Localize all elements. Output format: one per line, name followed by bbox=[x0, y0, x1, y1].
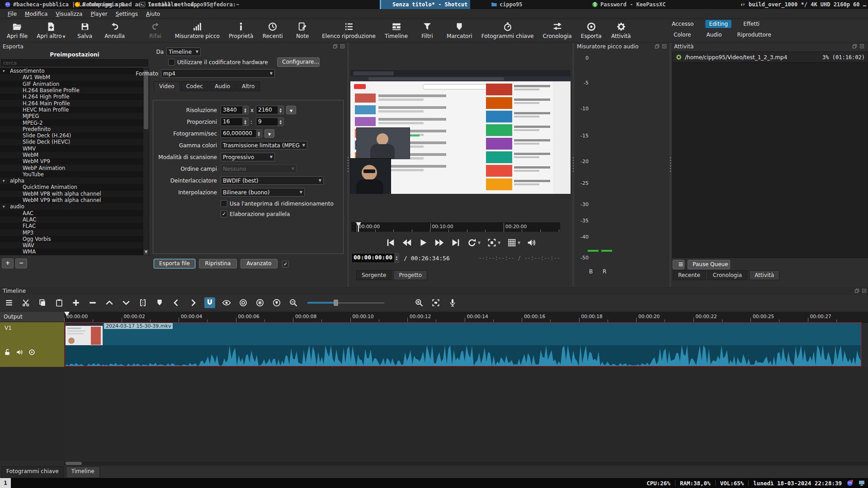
jobs-tab[interactable]: Attività bbox=[749, 270, 779, 280]
add-preset-button[interactable]: + bbox=[2, 258, 14, 268]
tree-expander-icon[interactable]: ▾ bbox=[3, 204, 8, 209]
preset-item[interactable]: ▾ WebP Animation bbox=[0, 164, 149, 171]
toolbar-button[interactable]: Proprietà bbox=[225, 19, 257, 42]
menu-item[interactable]: Visualizza bbox=[52, 10, 86, 18]
preset-item[interactable]: ▾ AAC bbox=[0, 210, 149, 216]
toolbar-button[interactable]: Marcatori bbox=[443, 19, 476, 42]
timeline-tool-button[interactable] bbox=[171, 297, 182, 308]
jobs-menu-button[interactable] bbox=[673, 260, 684, 269]
toolbar-button[interactable]: Recenti bbox=[258, 19, 287, 42]
close-panel-icon[interactable] bbox=[340, 44, 345, 49]
layout-tab[interactable]: Audio bbox=[703, 31, 725, 39]
layout-tab[interactable]: Colore bbox=[670, 31, 694, 39]
float-panel-icon[interactable] bbox=[333, 44, 338, 49]
discord-tray-icon[interactable] bbox=[846, 479, 854, 487]
workspace-indicator[interactable]: 1 bbox=[0, 478, 11, 488]
menu-item[interactable]: Aiuto bbox=[142, 10, 164, 18]
player-scrub-bar[interactable]: 00:00:0000:10:0000:20:00 bbox=[351, 222, 560, 232]
timeline-tool-button[interactable] bbox=[414, 297, 425, 308]
toolbar-button[interactable]: Rifai bbox=[141, 19, 170, 42]
color-range-combo[interactable]: Trasmissione limitata (MPEG)▼ bbox=[221, 141, 307, 150]
timeline-tool-button[interactable] bbox=[204, 297, 215, 308]
preset-item[interactable]: ▾ Predefinito bbox=[0, 126, 149, 132]
preset-item[interactable]: ▾ WebM bbox=[0, 152, 149, 158]
preset-item[interactable]: ▾ ALAC bbox=[0, 216, 149, 223]
skip-to-end-icon[interactable] bbox=[451, 238, 461, 248]
resolution-presets-icon[interactable]: ▼ bbox=[286, 106, 296, 114]
preset-item[interactable]: ▾ HEVC Main Profile bbox=[0, 107, 149, 113]
player-tab[interactable]: Progetto bbox=[393, 270, 427, 280]
interpolation-combo[interactable]: Bilineare (buono)▼ bbox=[221, 188, 305, 197]
toolbar-button[interactable]: Elenco riproduzione bbox=[318, 19, 380, 42]
preset-item[interactable]: ▾ WMV bbox=[0, 145, 149, 152]
preview-scaling-checkbox[interactable] bbox=[221, 200, 227, 207]
slider-handle[interactable] bbox=[334, 300, 338, 306]
preset-item[interactable]: ▾ H.264 High Profile bbox=[0, 94, 149, 100]
taskbar-window-button[interactable]: Terminale - cippo95@fedora:~ bbox=[137, 0, 242, 9]
deinterlacer-combo[interactable]: BWDIF (best)▼ bbox=[221, 176, 324, 185]
preset-item[interactable]: ▾ Quicktime Animation bbox=[0, 184, 149, 190]
toolbar-button[interactable]: Timeline bbox=[381, 19, 412, 42]
timeline-tool-button[interactable] bbox=[137, 297, 148, 308]
layout-tab[interactable]: Effetti bbox=[740, 20, 763, 28]
preset-item[interactable]: ▾ WMA bbox=[0, 249, 149, 255]
toolbar-button[interactable]: Esporta bbox=[577, 19, 606, 42]
grid-icon[interactable] bbox=[507, 238, 517, 248]
timeline-tool-button[interactable] bbox=[238, 297, 249, 308]
advanced-button[interactable]: Avanzato bbox=[241, 259, 278, 268]
scrollbar-thumb[interactable] bbox=[144, 70, 148, 129]
menu-item[interactable]: Modifica bbox=[21, 10, 52, 18]
close-panel-icon[interactable] bbox=[862, 288, 867, 293]
format-tab[interactable]: Codec bbox=[181, 81, 208, 91]
format-tab[interactable]: Audio bbox=[209, 81, 236, 91]
jobs-tab[interactable]: Recente bbox=[673, 270, 706, 280]
preset-scrollbar[interactable]: ▼ bbox=[143, 68, 149, 255]
scan-mode-combo[interactable]: Progressivo▼ bbox=[221, 153, 275, 161]
preset-item[interactable]: ▾ MJPEG bbox=[0, 113, 149, 119]
timeline-tool-button[interactable] bbox=[121, 297, 132, 308]
reset-button[interactable]: Ripristina bbox=[199, 259, 237, 268]
dock-tab[interactable]: Timeline bbox=[66, 466, 100, 478]
preset-item[interactable]: ▾ H.264 Baseline Profile bbox=[0, 87, 149, 94]
configure-button[interactable]: Configurare... bbox=[277, 57, 320, 67]
track-mute-icon[interactable] bbox=[16, 348, 24, 356]
preset-item[interactable]: ▾ H.264 Main Profile bbox=[0, 100, 149, 106]
display-tray-icon[interactable] bbox=[858, 479, 865, 487]
timeline-tool-button[interactable] bbox=[37, 297, 48, 308]
toolbar-button[interactable]: Cronologia bbox=[538, 19, 576, 42]
timeline-output-header[interactable]: Output bbox=[0, 312, 64, 322]
layout-tab[interactable]: Accesso bbox=[668, 20, 697, 28]
timeline-tool-button[interactable] bbox=[71, 297, 81, 308]
taskbar-window-button[interactable]: cippo95 bbox=[488, 0, 525, 9]
format-combo[interactable]: mp4▼ bbox=[161, 69, 275, 78]
track-hide-icon[interactable] bbox=[28, 348, 36, 356]
export-advanced-checkbox[interactable]: ✓ bbox=[282, 261, 289, 267]
toolbar-button[interactable]: Apri altro▼ bbox=[33, 19, 69, 42]
timeline-tool-button[interactable] bbox=[288, 297, 299, 308]
volume-icon[interactable] bbox=[527, 238, 537, 248]
toolbar-button[interactable]: Fotogrammi chiave bbox=[477, 19, 538, 42]
preset-item[interactable]: ▾ MPEG-2 bbox=[0, 119, 149, 126]
preset-item[interactable]: ▾ YouTube bbox=[0, 171, 149, 178]
layout-tab[interactable]: Riproduttore bbox=[734, 31, 775, 39]
loop-icon[interactable] bbox=[467, 238, 477, 248]
preset-search-input[interactable]: cerca bbox=[1, 59, 148, 66]
taskbar-window-button[interactable]: Senza titolo* - Shotcut bbox=[380, 0, 470, 9]
jobs-tab[interactable]: Cronologia bbox=[708, 270, 747, 280]
pause-queue-button[interactable]: Pause Queue bbox=[688, 260, 730, 269]
preset-item[interactable]: ▾ WebM VP9 with alpha channel bbox=[0, 197, 149, 203]
track-header-v1[interactable]: V1 bbox=[0, 322, 64, 367]
timeline-tool-button[interactable] bbox=[20, 297, 31, 308]
preset-item[interactable]: ▾ Slide Deck (HEVC) bbox=[0, 139, 149, 145]
toolbar-button[interactable]: Note bbox=[288, 19, 317, 42]
preset-item[interactable]: ▾ Slide Deck (H.264) bbox=[0, 132, 149, 139]
tree-expander-icon[interactable]: ▾ bbox=[3, 178, 8, 183]
scrollbar-thumb[interactable] bbox=[66, 462, 82, 465]
timeline-tool-button[interactable] bbox=[447, 297, 458, 308]
timeline-clip[interactable]: 2024-03-17 15-30-39.mkv bbox=[65, 322, 862, 366]
export-file-button[interactable]: Esporta file bbox=[154, 259, 195, 268]
preset-item[interactable]: ▾ WebM VP8 with alpha channel bbox=[0, 191, 149, 197]
skip-to-start-icon[interactable] bbox=[386, 238, 396, 248]
zoom-fit-icon[interactable] bbox=[487, 238, 497, 248]
preset-item[interactable]: ▾ MP3 bbox=[0, 229, 149, 235]
